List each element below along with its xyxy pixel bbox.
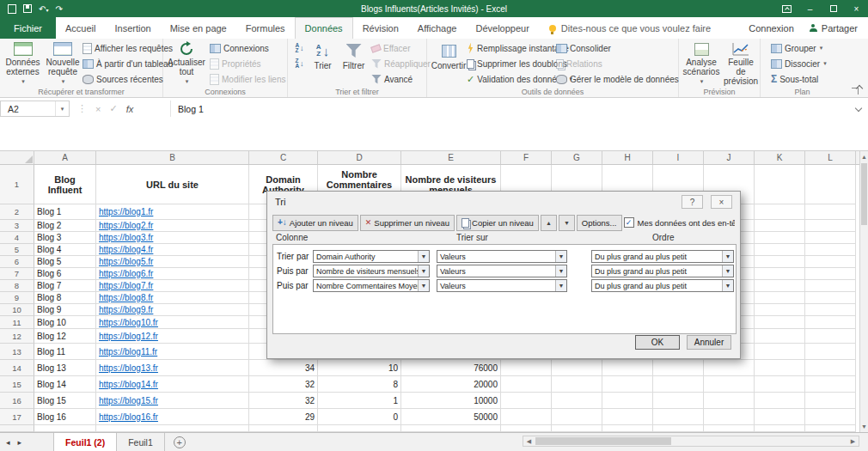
ok-button[interactable]: OK [635,335,680,350]
col-header-C[interactable]: C [249,151,318,164]
cell-E16[interactable]: 10000 [401,393,501,409]
cell-K16[interactable] [755,393,805,409]
cell-A11[interactable]: Blog 10 [34,316,96,329]
cell-B11[interactable]: https://blog10.fr [96,316,249,329]
cell-D[interactable] [318,425,401,432]
cell-A2[interactable]: Blog 1 [34,204,96,220]
formula-bar-expand-icon[interactable] [855,105,862,112]
cell-A7[interactable]: Blog 6 [34,268,96,280]
sort-level-1-sort-on-select[interactable]: Valeurs▼ [437,250,567,263]
row-header-12[interactable]: 12 [0,329,34,344]
sort-level-2-column-select[interactable]: Nombre de visiteurs mensuels▼ [313,265,430,277]
cell-A15[interactable]: Blog 14 [34,376,96,393]
cell-K4[interactable] [755,232,805,244]
afficher-requetes-button[interactable]: Afficher les requêtes [83,41,173,55]
cell-K17[interactable] [755,409,805,425]
row-header-4[interactable]: 4 [0,232,34,244]
cell-G16[interactable] [552,393,602,409]
cell-G[interactable] [552,425,602,432]
analyse-scenarios-button[interactable]: Analyse scénarios▾ [682,40,720,86]
cell-K9[interactable] [755,292,805,304]
vertical-scrollbar[interactable]: ▲ ▼ [859,151,868,432]
sheet-tab-feuil1-2[interactable]: Feuil1 (2) [53,433,117,451]
a-partir-tableau-button[interactable]: À partir d'un tableau [83,57,173,70]
move-level-up-button[interactable]: ▲ [541,215,557,231]
cell-K6[interactable] [755,256,805,268]
cell-B8[interactable]: https://blog7.fr [96,280,249,292]
sort-level-1-order-select[interactable]: Du plus grand au plus petit▼ [591,250,734,263]
cell-B7[interactable]: https://blog6.fr [96,268,249,280]
cell-L9[interactable] [805,292,856,304]
cell-C[interactable] [249,425,318,432]
scroll-right-icon[interactable]: ▶ [847,436,859,446]
cell-B1[interactable]: URL du site [96,165,249,204]
cell-L2[interactable] [805,204,856,220]
cell-L17[interactable] [805,409,856,425]
cell-B17[interactable]: https://blog16.fr [96,409,249,425]
cell-H14[interactable] [602,360,653,376]
col-header-K[interactable]: K [755,151,805,164]
cell-B16[interactable]: https://blog15.fr [96,393,249,409]
cell-A16[interactable]: Blog 15 [34,393,96,409]
col-header-J[interactable]: J [704,151,755,164]
cell-A1[interactable]: Blog Influent [34,165,96,204]
cell-I14[interactable] [653,360,704,376]
row-header-10[interactable]: 10 [0,304,34,316]
sort-dialog-titlebar[interactable]: Tri ? × [267,192,740,212]
vertical-scroll-thumb[interactable] [861,163,867,225]
scroll-up-icon[interactable]: ▲ [860,151,868,162]
cell-K1[interactable] [755,165,805,204]
insert-function-icon[interactable]: fx [126,104,134,114]
supprimer-doublons-button[interactable]: Supprimer les doublons [467,57,567,70]
tab-insertion[interactable]: Insertion [105,17,160,39]
sort-descending-button[interactable]: ZA↓ [291,57,308,70]
grouper-button[interactable]: Grouper▾ [771,41,822,55]
name-box-dropdown-icon[interactable]: ▾ [55,101,69,116]
col-header-D[interactable]: D [318,151,401,164]
tell-me-box[interactable]: Dites-nous ce que vous voulez faire [539,17,721,39]
sort-level-3-sort-on-select[interactable]: Valeurs▼ [437,279,567,292]
cell-L16[interactable] [805,393,856,409]
row-header-[interactable] [0,425,34,432]
cell-H17[interactable] [602,409,653,425]
options-button[interactable]: Options... [577,215,622,231]
cell-E15[interactable]: 20000 [401,376,501,393]
tab-données[interactable]: Données [295,17,353,39]
dialog-close-button[interactable]: × [711,195,732,209]
cell-L4[interactable] [805,232,856,244]
remplissage-instantane-button[interactable]: Remplissage instantané [467,41,569,55]
formula-input[interactable]: Blog 1 [170,101,204,117]
sheet-tab-feuil1[interactable]: Feuil1 [117,433,165,451]
row-header-8[interactable]: 8 [0,280,34,292]
cancel-button[interactable]: Annuler [687,335,731,350]
save-icon[interactable] [23,4,32,13]
cell-A9[interactable]: Blog 8 [34,292,96,304]
sort-level-2-sort-on-select[interactable]: Valeurs▼ [437,265,567,277]
cell-C15[interactable]: 32 [249,376,318,393]
cell-B2[interactable]: https://blog1.fr [96,204,249,220]
row-header-15[interactable]: 15 [0,376,34,393]
row-header-6[interactable]: 6 [0,256,34,268]
cell-B13[interactable]: https://blog11.fr [96,344,249,360]
cell-F14[interactable] [501,360,552,376]
cell-A[interactable] [34,425,96,432]
dropdown-arrow-icon[interactable]: ▼ [418,251,429,262]
cell-A8[interactable]: Blog 7 [34,280,96,292]
cell-L10[interactable] [805,304,856,316]
tab-accueil[interactable]: Accueil [56,17,105,39]
collapse-ribbon-icon[interactable] [857,82,862,93]
cell-L8[interactable] [805,280,856,292]
donnees-externes-button[interactable]: Données externes▾ [3,40,43,86]
dialog-help-button[interactable]: ? [682,195,703,209]
row-header-9[interactable]: 9 [0,292,34,304]
cell-C14[interactable]: 34 [249,360,318,376]
cell-G15[interactable] [552,376,602,393]
dropdown-arrow-icon[interactable]: ▼ [555,251,566,262]
sheet-nav-right-icon[interactable]: ▸ [18,438,22,447]
cell-A17[interactable]: Blog 16 [34,409,96,425]
cell-B15[interactable]: https://blog14.fr [96,376,249,393]
undo-icon[interactable]: ↶▾ [39,4,48,14]
cell-F[interactable] [501,425,552,432]
sous-total-button[interactable]: ΣSous-total [771,72,818,86]
avance-button[interactable]: Avancé [371,72,413,86]
